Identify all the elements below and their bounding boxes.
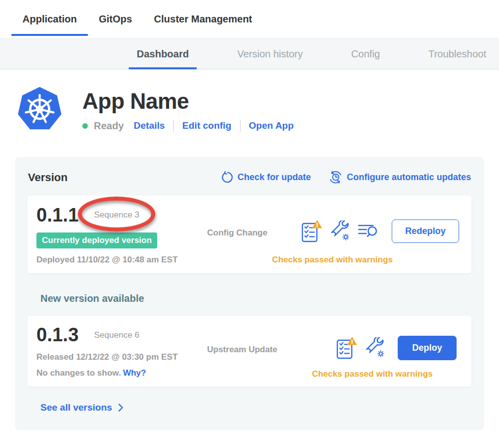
preflight-checklist-warning-icon[interactable] (336, 336, 358, 360)
app-header: App Name Ready Details Edit config Open … (16, 85, 499, 134)
tab-dashboard-label: Dashboard (137, 48, 189, 60)
top-nav-gitops-label: GitOps (99, 13, 132, 25)
top-nav-application[interactable]: Application (11, 0, 88, 38)
edit-config-link[interactable]: Edit config (182, 120, 231, 131)
tab-config[interactable]: Config (343, 39, 388, 69)
auto-update-clock-icon (329, 171, 342, 184)
version-actions: Check for update Configure automatic upd… (221, 171, 471, 184)
kubernetes-logo-icon (16, 85, 63, 134)
current-version-sequence: Sequence 3 (94, 210, 140, 220)
preflight-checklist-warning-icon[interactable] (301, 220, 323, 243)
tab-config-label: Config (351, 48, 380, 60)
why-link[interactable]: Why? (123, 368, 146, 378)
deployed-timestamp: Deployed 11/10/22 @ 10:48 am EST (36, 255, 207, 265)
available-version-sequence: Sequence 6 (94, 330, 140, 340)
tab-dashboard[interactable]: Dashboard (129, 39, 197, 69)
divider (240, 120, 241, 132)
available-version-number: 0.1.3 (36, 324, 79, 346)
deploy-button[interactable]: Deploy (398, 336, 457, 360)
no-changes-text: No changes to show.Why? (36, 368, 207, 378)
no-changes-label: No changes to show. (36, 368, 121, 378)
current-version-source: Config Change (207, 228, 301, 238)
check-for-update-button[interactable]: Check for update (221, 171, 311, 184)
config-wrench-gear-icon[interactable] (365, 337, 385, 358)
check-for-update-label: Check for update (238, 172, 311, 183)
page-title: App Name (82, 89, 294, 114)
current-version-actions: Redeploy (301, 220, 459, 243)
version-section: Version Check for update Configure (15, 157, 484, 430)
version-section-header: Version Check for update Configure (27, 171, 472, 184)
current-version-card: 0.1.1 Sequence 3 Currently deployed vers… (27, 196, 472, 273)
tab-version-history-label: Version history (237, 48, 302, 60)
app-tab-bar: Dashboard Version history Config Trouble… (0, 38, 499, 69)
status-text: Ready (94, 120, 124, 132)
config-wrench-gear-icon[interactable] (330, 221, 350, 241)
released-timestamp: Released 12/12/22 @ 03:30 pm EST (36, 352, 207, 362)
configure-automatic-updates-button[interactable]: Configure automatic updates (329, 171, 471, 184)
details-link[interactable]: Details (134, 120, 165, 131)
top-navigation: Application GitOps Cluster Management (0, 0, 499, 38)
redeploy-button[interactable]: Redeploy (392, 220, 459, 243)
configure-automatic-updates-label: Configure automatic updates (347, 172, 471, 183)
current-checks-warning: Checks passed with warnings (272, 255, 393, 265)
current-version-info: 0.1.1 Sequence 3 Currently deployed vers… (36, 205, 207, 265)
see-all-versions-label: See all versions (40, 402, 112, 413)
diff-lines-magnifier-icon[interactable] (358, 223, 378, 240)
available-version-card: 0.1.3 Sequence 6 Released 12/12/22 @ 03:… (27, 316, 472, 387)
tab-troubleshoot[interactable]: Troubleshoot (420, 39, 494, 69)
refresh-icon (221, 171, 233, 184)
new-version-available-heading: New version available (40, 293, 472, 304)
current-version-number: 0.1.1 (36, 205, 79, 226)
currently-deployed-badge: Currently deployed version (36, 232, 157, 248)
top-nav-application-label: Application (22, 13, 77, 25)
app-status-row: Ready Details Edit config Open App (82, 120, 294, 132)
tab-troubleshoot-label: Troubleshoot (428, 48, 486, 60)
status-ready-dot-icon (82, 123, 88, 129)
chevron-right-icon (117, 403, 124, 412)
version-heading: Version (28, 171, 67, 184)
top-nav-cluster-management[interactable]: Cluster Management (143, 0, 263, 38)
available-checks-warning: Checks passed with warnings (312, 369, 433, 379)
tab-version-history[interactable]: Version history (229, 39, 310, 69)
available-version-actions: Deploy (336, 336, 457, 360)
divider (173, 120, 174, 132)
available-version-info: 0.1.3 Sequence 6 Released 12/12/22 @ 03:… (36, 324, 207, 378)
top-nav-cluster-management-label: Cluster Management (154, 13, 252, 25)
app-header-text: App Name Ready Details Edit config Open … (82, 85, 294, 134)
top-nav-gitops[interactable]: GitOps (88, 0, 143, 38)
open-app-link[interactable]: Open App (249, 120, 294, 131)
see-all-versions-link[interactable]: See all versions (40, 402, 124, 413)
available-version-source: Upstream Update (207, 345, 301, 355)
